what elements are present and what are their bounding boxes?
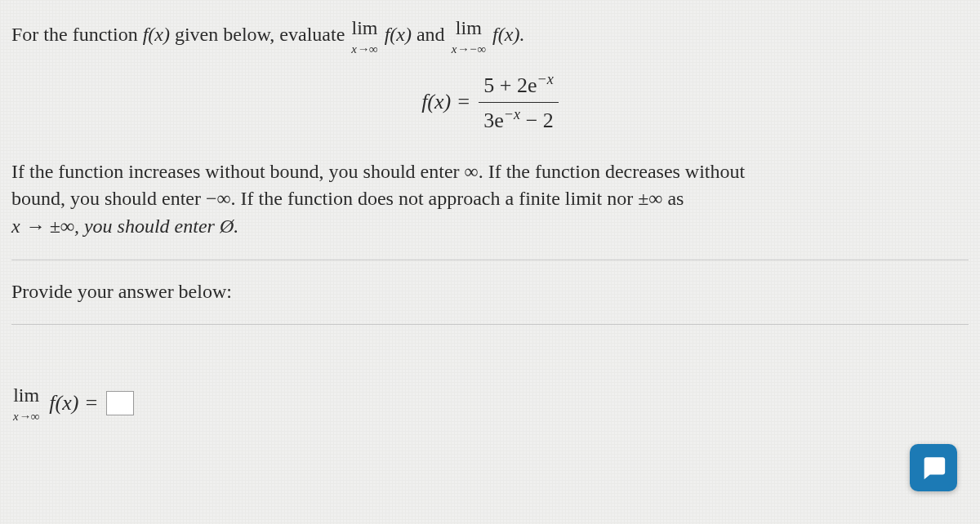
- chat-icon: [920, 454, 947, 482]
- chat-button[interactable]: [910, 444, 957, 491]
- answer-fx-eq: f(x) =: [49, 389, 98, 418]
- intro-text-1: For the function: [11, 24, 143, 45]
- intro-and: and: [412, 24, 450, 45]
- instruction-hint: If the function increases without bound,…: [11, 158, 969, 241]
- limit-neg-infinity: lim x→−∞: [452, 15, 486, 58]
- answer-input[interactable]: [106, 391, 134, 415]
- answer-lim-sub: x→∞: [13, 408, 39, 425]
- eq-lhs: f(x) =: [421, 87, 470, 117]
- lim-label: lim: [351, 15, 377, 42]
- lim-sub-2: x→−∞: [452, 41, 486, 58]
- limit-pos-infinity: lim x→∞: [351, 15, 377, 58]
- eq-den-exp: −x: [504, 106, 520, 122]
- eq-num-a: 5 + 2e: [483, 73, 537, 96]
- answer-prompt: Provide your answer below:: [11, 278, 969, 306]
- divider-1: [11, 260, 969, 260]
- lim-sub-1: x→∞: [351, 41, 377, 58]
- eq-den-b: − 2: [520, 108, 554, 131]
- lim-fx-1: f(x): [385, 24, 412, 45]
- eq-fraction: 5 + 2e−x 3e−x − 2: [479, 69, 559, 135]
- answer-lim-label: lim: [13, 382, 39, 410]
- hint-line-2: bound, you should enter −∞. If the funct…: [11, 185, 969, 213]
- function-definition: f(x) = 5 + 2e−x 3e−x − 2: [11, 69, 969, 135]
- hint-line-3: x → ±∞, you should enter Ø.: [11, 215, 238, 237]
- answer-limit: lim x→∞: [13, 382, 39, 425]
- eq-den-a: 3e: [483, 108, 504, 131]
- answer-row: lim x→∞ f(x) =: [11, 382, 969, 425]
- lim-fx-2: f(x).: [492, 24, 524, 45]
- hint-line-1: If the function increases without bound,…: [11, 158, 969, 186]
- problem-intro: For the function f(x) given below, evalu…: [11, 15, 969, 58]
- lim-label-2: lim: [452, 15, 486, 42]
- intro-text-2: given below, evaluate: [170, 24, 350, 45]
- eq-num-exp: −x: [537, 71, 553, 87]
- divider-2: [11, 324, 969, 325]
- intro-fx: f(x): [143, 24, 170, 45]
